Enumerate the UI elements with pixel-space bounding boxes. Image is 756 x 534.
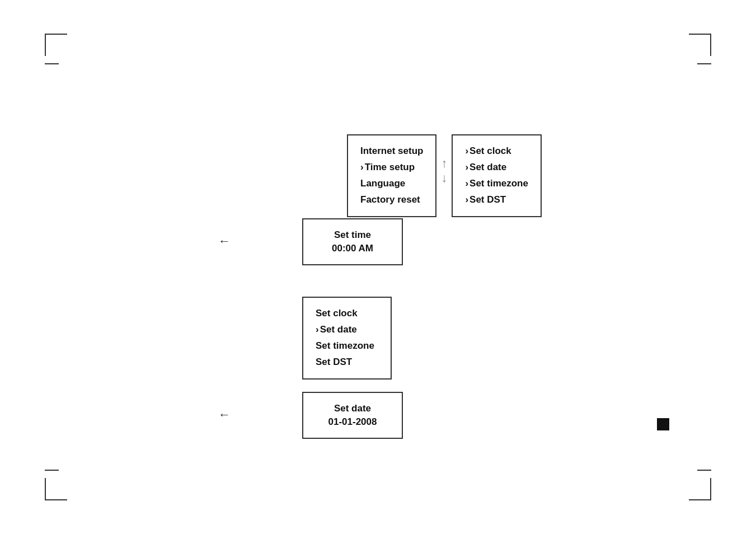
clock-menu-set-clock[interactable]: Set clock <box>316 306 378 322</box>
set-timezone-label: Set timezone <box>469 178 528 189</box>
nav-arrow-up[interactable]: ↑ <box>441 157 447 170</box>
clock-menu-set-dst[interactable]: Set DST <box>316 354 378 371</box>
top-menu-row: Internet setup ›Time setup Language Fact… <box>347 134 542 217</box>
black-square-indicator <box>657 418 669 430</box>
internet-setup-label: Internet setup <box>360 146 423 156</box>
clock-menu-set-date-label: Set date <box>320 324 357 335</box>
set-date-section: Set date 01-01-2008 <box>302 392 403 439</box>
set-date-label: Set date <box>469 162 506 172</box>
time-setup-label: Time setup <box>365 162 415 172</box>
set-clock-chevron: › <box>465 146 468 156</box>
set-dst-chevron: › <box>465 194 468 205</box>
clock-menu-timezone-label: Set timezone <box>316 340 374 351</box>
submenu-item-set-date[interactable]: ›Set date <box>465 160 528 176</box>
clock-menu-set-date[interactable]: ›Set date <box>316 322 378 338</box>
set-clock-menu-box: Set clock ›Set date Set timezone Set DST <box>302 297 392 380</box>
clock-menu-set-timezone[interactable]: Set timezone <box>316 338 378 354</box>
menu-item-internet-setup[interactable]: Internet setup <box>360 143 423 160</box>
nav-arrow-down[interactable]: ↓ <box>441 172 447 184</box>
language-label: Language <box>360 178 405 189</box>
set-clock-label: Set clock <box>469 146 511 156</box>
submenu-item-set-timezone[interactable]: ›Set timezone <box>465 176 528 192</box>
set-date-label: Set date <box>320 403 385 414</box>
nav-arrows: ↑ ↓ <box>436 134 452 207</box>
set-clock-menu-label: Set clock <box>316 308 358 318</box>
time-setup-chevron: › <box>360 162 364 172</box>
back-arrow-set-time[interactable]: ← <box>218 234 231 249</box>
menu-item-language[interactable]: Language <box>360 176 423 192</box>
main-menu-box: Internet setup ›Time setup Language Fact… <box>347 134 436 217</box>
set-dst-label: Set DST <box>469 194 506 205</box>
corner-mark-tr <box>689 34 711 56</box>
set-time-section: Set time 00:00 AM <box>302 218 403 265</box>
menu-item-factory-reset[interactable]: Factory reset <box>360 192 423 208</box>
menu-item-time-setup[interactable]: ›Time setup <box>360 160 423 176</box>
set-date-chevron: › <box>465 162 468 172</box>
corner-mark-tl <box>45 34 67 56</box>
time-submenu-box: ›Set clock ›Set date ›Set timezone ›Set … <box>452 134 542 217</box>
set-clock-section: Set clock ›Set date Set timezone Set DST <box>302 297 392 380</box>
set-time-value: 00:00 AM <box>320 243 385 254</box>
submenu-item-set-dst[interactable]: ›Set DST <box>465 192 528 208</box>
set-date-box: Set date 01-01-2008 <box>302 392 403 439</box>
clock-menu-dst-label: Set DST <box>316 357 352 367</box>
set-time-box: Set time 00:00 AM <box>302 218 403 265</box>
corner-mark-bl <box>45 478 67 500</box>
set-date-value: 01-01-2008 <box>320 416 385 428</box>
factory-reset-label: Factory reset <box>360 194 420 205</box>
corner-mark-br <box>689 478 711 500</box>
clock-menu-set-date-chevron: › <box>316 324 319 335</box>
set-time-label: Set time <box>320 229 385 241</box>
submenu-item-set-clock[interactable]: ›Set clock <box>465 143 528 160</box>
back-arrow-set-date[interactable]: ← <box>218 407 231 422</box>
set-timezone-chevron: › <box>465 178 468 189</box>
